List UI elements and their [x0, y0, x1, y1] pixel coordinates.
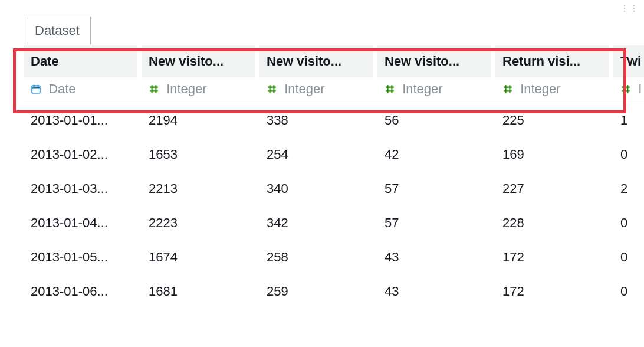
tab-dataset[interactable]: Dataset: [24, 17, 91, 44]
column-type-label: Integer: [284, 81, 325, 96]
column-type-label: Integer: [402, 81, 443, 96]
cell-date: 2013-01-01...: [24, 103, 142, 138]
table-row[interactable]: 2013-01-04... 2223 342 57 228 0: [24, 206, 644, 240]
column-header-twitter[interactable]: Twi: [613, 45, 644, 77]
cell-value: 1: [613, 103, 644, 138]
column-header-label: New visito...: [267, 54, 341, 68]
column-header-new-visitors-3[interactable]: New visito...: [377, 45, 495, 77]
cell-value: 0: [613, 274, 644, 309]
table-row[interactable]: 2013-01-02... 1653 254 42 169 0: [24, 138, 644, 172]
cell-value: 0: [613, 240, 644, 274]
cell-value: 1653: [142, 138, 259, 172]
column-header-new-visitors-1[interactable]: New visito...: [142, 45, 259, 77]
column-header-label: New visito...: [385, 54, 459, 68]
cell-value: 42: [377, 138, 495, 172]
column-type-integer: Integer: [495, 77, 613, 103]
column-type-date: Date: [24, 77, 142, 103]
column-type-label: Date: [48, 81, 75, 96]
cell-value: 1674: [142, 240, 259, 274]
cell-value: 172: [495, 240, 613, 274]
number-icon: [502, 84, 513, 94]
column-type-integer: Integer: [142, 77, 259, 103]
table-header-row: Date New visito... New visito... New vis…: [24, 45, 644, 77]
cell-date: 2013-01-03...: [24, 172, 142, 206]
column-header-new-visitors-2[interactable]: New visito...: [259, 45, 377, 77]
column-type-integer: Integer: [377, 77, 495, 103]
table-row[interactable]: 2013-01-01... 2194 338 56 225 1: [24, 103, 644, 138]
column-type-label: Integer: [520, 81, 561, 96]
cell-value: 2213: [142, 172, 259, 206]
cell-value: 2223: [142, 206, 259, 240]
cell-value: 1681: [142, 274, 259, 309]
number-icon: [149, 84, 159, 94]
table-type-row: Date Integer Integer: [24, 77, 644, 103]
column-header-label: Return visi...: [502, 54, 580, 68]
cell-value: 2194: [142, 103, 259, 138]
cell-value: 57: [377, 206, 495, 240]
cell-value: 172: [495, 274, 613, 309]
column-header-return-visitors[interactable]: Return visi...: [495, 45, 613, 77]
data-table: Date New visito... New visito... New vis…: [24, 45, 644, 309]
cell-value: 56: [377, 103, 495, 138]
cell-value: 2: [613, 172, 644, 206]
calendar-icon: [31, 84, 41, 94]
cell-value: 227: [495, 172, 613, 206]
cell-date: 2013-01-06...: [24, 274, 142, 309]
cell-value: 342: [259, 206, 377, 240]
column-type-label: Integer: [166, 81, 207, 96]
number-icon: [385, 84, 395, 94]
column-type-integer: I: [613, 77, 644, 103]
column-header-label: New visito...: [149, 54, 224, 68]
table-row[interactable]: 2013-01-06... 1681 259 43 172 0: [24, 274, 644, 309]
table-row[interactable]: 2013-01-03... 2213 340 57 227 2: [24, 172, 644, 206]
column-header-label: Date: [31, 54, 59, 68]
cell-value: 259: [259, 274, 377, 309]
column-header-date[interactable]: Date: [24, 45, 142, 77]
number-icon: [267, 84, 277, 94]
cell-value: 338: [259, 103, 377, 138]
table-row[interactable]: 2013-01-05... 1674 258 43 172 0: [24, 240, 644, 274]
cell-value: 57: [377, 172, 495, 206]
tab-label: Dataset: [35, 23, 80, 38]
cell-date: 2013-01-02...: [24, 138, 142, 172]
cell-value: 228: [495, 206, 613, 240]
cell-value: 169: [495, 138, 613, 172]
svg-rect-0: [32, 86, 40, 93]
cell-value: 254: [259, 138, 377, 172]
cell-value: 258: [259, 240, 377, 274]
column-type-integer: Integer: [259, 77, 377, 103]
cell-date: 2013-01-05...: [24, 240, 142, 274]
cell-value: 340: [259, 172, 377, 206]
number-icon: [620, 84, 631, 94]
column-type-label: I: [638, 81, 642, 96]
cell-value: 0: [613, 206, 644, 240]
column-header-label: Twi: [620, 54, 641, 68]
cell-value: 225: [495, 103, 613, 138]
cell-date: 2013-01-04...: [24, 206, 142, 240]
cell-value: 43: [377, 274, 495, 309]
cell-value: 43: [377, 240, 495, 274]
cell-value: 0: [613, 138, 644, 172]
